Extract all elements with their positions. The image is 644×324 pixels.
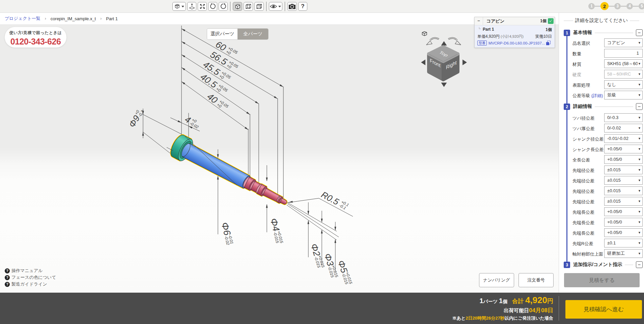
svg-text:Φ6: Φ6: [219, 221, 233, 237]
svg-text:40: 40: [205, 91, 219, 106]
svg-text:-0.02: -0.02: [189, 121, 199, 129]
svg-text:Φ4: Φ4: [268, 217, 282, 232]
svg-text:-0.3: -0.3: [137, 109, 145, 118]
